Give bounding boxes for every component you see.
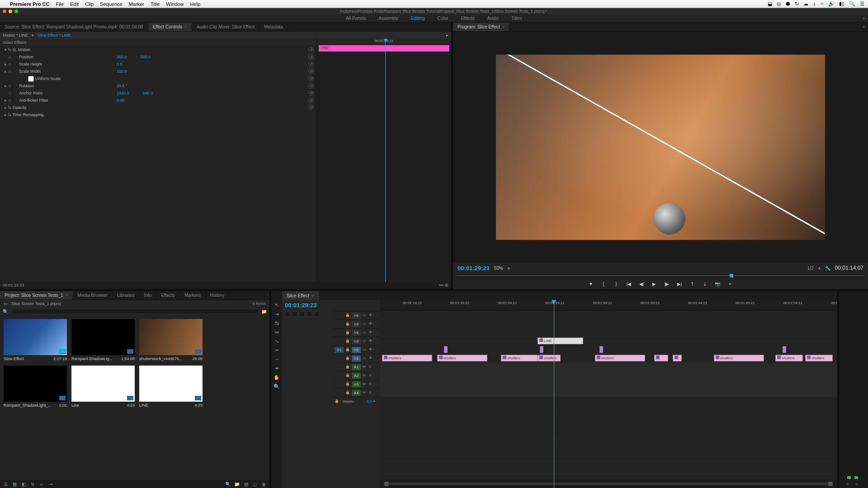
bin-item[interactable]: Slice Effect2:17:19	[4, 319, 67, 361]
lane-a2[interactable]	[380, 371, 837, 380]
timeline-clip[interactable]	[654, 355, 668, 361]
track-label[interactable]: V3	[352, 338, 361, 344]
twirl-icon[interactable]: ▾	[5, 47, 8, 52]
ec-flicker-val[interactable]: 0.00	[117, 98, 138, 103]
spotlight-icon[interactable]: 🔍	[849, 1, 855, 7]
timeline-clip[interactable]	[599, 346, 603, 353]
timeline-zoom-bar[interactable]	[384, 483, 833, 485]
workspace-titles[interactable]: Titles	[511, 16, 522, 21]
lane-v4[interactable]	[380, 328, 837, 337]
export-frame-button[interactable]: 📷	[714, 281, 721, 287]
icon-view-button[interactable]: ▦	[12, 481, 17, 487]
ec-position[interactable]: ◇ Position 960.0 540.0 ↺	[0, 53, 316, 61]
play-button[interactable]: ▶	[651, 281, 657, 287]
tab-project[interactable]: Project: Slice Screen Tests_1≡	[0, 291, 73, 300]
ec-scalew-val[interactable]: 100.0	[117, 69, 141, 74]
keyframe-toggle-icon[interactable]: ◇	[8, 62, 13, 66]
ec-anchor-y[interactable]: 540.0	[143, 91, 153, 95]
tab-menu-icon[interactable]: ≡	[503, 25, 505, 29]
goto-in-button[interactable]: |◀	[626, 281, 632, 287]
nest-toggle[interactable]	[285, 311, 290, 317]
workspace-overflow-button[interactable]: »	[863, 16, 865, 21]
notifications-icon[interactable]: ☰	[860, 1, 864, 7]
settings-toggle[interactable]	[314, 311, 319, 317]
ec-zoom-slider[interactable]: ━━	[439, 283, 443, 287]
zoom-window-button[interactable]	[14, 9, 18, 13]
reset-icon[interactable]: ↺	[308, 61, 314, 67]
marker-toggle[interactable]	[307, 311, 312, 317]
reset-icon[interactable]: ↺	[308, 90, 314, 96]
tab-markers[interactable]: Markers	[180, 291, 206, 300]
tab-info[interactable]: Info	[140, 291, 157, 300]
track-head-a4[interactable]: 🔒A4MS	[333, 388, 380, 397]
zoom-handle-left[interactable]	[384, 482, 389, 486]
reset-icon[interactable]: ↺	[308, 76, 314, 81]
fx-badge-icon[interactable]: fx	[8, 105, 13, 110]
cloud-icon[interactable]: ☁	[803, 1, 808, 7]
eye-icon[interactable]: 👁	[369, 330, 373, 335]
keyframe-toggle-icon[interactable]: ◇	[8, 55, 13, 59]
timeline-tc[interactable]: 00:01:29:23	[282, 300, 333, 310]
toggle-output-icon[interactable]: ▭	[363, 322, 367, 326]
fx-badge-icon[interactable]: fx	[8, 47, 13, 52]
track-label[interactable]: A3	[352, 381, 361, 387]
reset-icon[interactable]: ↺	[308, 54, 314, 60]
solo-icon[interactable]: S	[369, 390, 373, 395]
ec-uniform-scale[interactable]: Uniform Scale ↺	[0, 75, 316, 82]
mute-icon[interactable]: M	[363, 365, 367, 369]
toggle-output-icon[interactable]: ▭	[363, 347, 367, 352]
bin-thumbnail[interactable]	[139, 366, 203, 402]
bin-item[interactable]: Rampant_ShadowLight_...2:01	[4, 366, 67, 408]
app-name[interactable]: Premiere Pro CC	[10, 1, 49, 7]
tab-libraries[interactable]: Libraries	[113, 291, 139, 300]
add-marker-button[interactable]: ▼	[588, 281, 594, 287]
keyframe-toggle-icon[interactable]: ◇	[8, 91, 13, 95]
track-head-v1[interactable]: 🔒V1▭👁	[333, 354, 380, 362]
timeline-clip[interactable]	[673, 355, 682, 361]
workspace-effects[interactable]: Effects	[461, 16, 474, 21]
zoom-dropdown-icon[interactable]: ▾	[508, 266, 510, 271]
bin-item[interactable]: LINE4:23	[139, 366, 203, 408]
sync-icon[interactable]: ↻	[795, 1, 799, 7]
timeline-clip-selected[interactable]: LINE	[538, 338, 583, 344]
timeline-lanes[interactable]: LINEshuttersshuttersshuttersshuttersshut…	[380, 311, 837, 480]
lock-icon[interactable]: 🔒	[345, 365, 350, 369]
tab-effect-controls[interactable]: Effect Controls≡	[148, 23, 192, 31]
mark-in-button[interactable]: {	[600, 281, 607, 287]
scrubber-handle[interactable]	[730, 274, 733, 277]
tab-effects[interactable]: Effects	[156, 291, 179, 300]
step-back-button[interactable]: ◀|	[638, 281, 645, 287]
lock-icon[interactable]: 🔒	[335, 399, 339, 404]
rate-stretch-tool[interactable]: ⤡	[274, 338, 280, 344]
hand-tool[interactable]: ✋	[274, 374, 280, 380]
ec-rotation[interactable]: ▸◇ Rotation 29.5 ° ↺	[0, 82, 316, 89]
timeline-clip[interactable]: shutters	[714, 355, 764, 361]
mark-out-button[interactable]: }	[613, 281, 619, 287]
lane-a4[interactable]	[380, 388, 837, 397]
lane-a1[interactable]	[380, 362, 837, 371]
freeform-view-button[interactable]: ◧	[21, 481, 26, 487]
bin-thumbnail[interactable]	[139, 319, 203, 355]
timeline-clip[interactable]: shutters	[382, 355, 432, 361]
ec-rotation-val[interactable]: 29.5 °	[117, 84, 141, 88]
sort-icon[interactable]: ⇅	[30, 481, 35, 487]
dropbox-icon[interactable]: ⬓	[768, 1, 772, 7]
lock-icon[interactable]: 🔒	[345, 313, 350, 318]
bluetooth-icon[interactable]: ᚼ	[813, 1, 816, 7]
timeline-clip[interactable]: shutters	[595, 355, 645, 361]
close-window-button[interactable]	[3, 9, 6, 13]
reset-icon[interactable]: ↺	[308, 105, 314, 110]
solo-left-button[interactable]: S	[846, 482, 849, 486]
track-head-v5[interactable]: 🔒V5▭👁	[333, 319, 380, 328]
ec-position-x[interactable]: 960.0	[117, 55, 141, 59]
ec-position-y[interactable]: 540.0	[141, 55, 151, 59]
uniform-scale-checkbox[interactable]	[28, 76, 34, 82]
reset-icon[interactable]: ↺	[308, 47, 314, 52]
menu-marker[interactable]: Marker	[129, 1, 144, 7]
battery-icon[interactable]: ▮▯	[839, 1, 844, 7]
solo-icon[interactable]: S	[369, 382, 373, 386]
menu-window[interactable]: Window	[166, 1, 184, 7]
ec-scale-width[interactable]: ▸◇ Scale Width 100.0 ↺	[0, 68, 316, 75]
twirl-icon[interactable]: ▸	[5, 69, 8, 74]
track-head-v2[interactable]: V1🔒V2▭👁	[333, 345, 380, 354]
